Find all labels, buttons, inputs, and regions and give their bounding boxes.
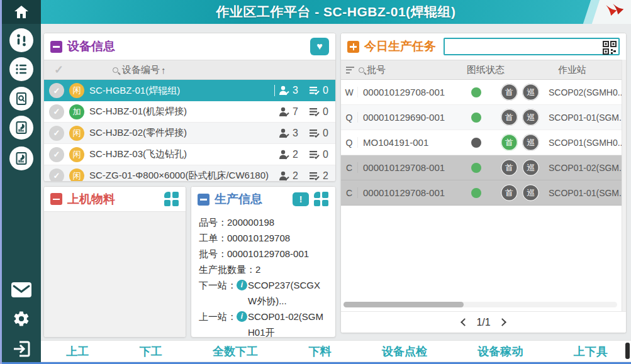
logout-button[interactable]	[11, 340, 32, 358]
operator-count-icon	[279, 150, 290, 160]
gear-icon	[13, 310, 30, 328]
device-status-badge: 闲	[69, 83, 84, 98]
scrollbar-thumb[interactable]	[343, 302, 464, 307]
first-inspection-badge[interactable]: 首	[501, 84, 518, 101]
title-bar: 作业区工作平台 - SC-HGBZ-01(焊辊组)	[41, 0, 631, 24]
end-work-button[interactable]: 下工	[140, 344, 162, 359]
collapse-icon[interactable]	[50, 193, 62, 205]
device-name: SC-HJBZ-02(零件焊接)	[89, 127, 275, 139]
report-chart-icon	[14, 152, 28, 165]
next-page-icon[interactable]	[498, 318, 506, 326]
device-row[interactable]: ✓ 闲 SC-HGBZ-01(焊辊组) 3 0	[44, 80, 335, 101]
page-indicator: 1/1	[476, 317, 490, 328]
production-fields: 品号：200000198 工单：000010129708 批号：00001012…	[191, 212, 335, 337]
document-search-icon	[14, 92, 28, 106]
device-name: SC-HGBZ-01(焊辊组)	[89, 85, 274, 97]
task-type: W	[341, 87, 357, 97]
task-row[interactable]: Q 000010129690-001 首 巡 SCOP01-01(SGM...	[341, 105, 626, 130]
device-row[interactable]: ✓ 闲 SC-ZG-01-Φ800×6000(卧式机床/CW6180) 2 2	[44, 165, 335, 182]
equipment-route-icon	[14, 33, 28, 47]
end-all-work-button[interactable]: 全数下工	[213, 344, 258, 359]
device-code-column[interactable]: 设备编号 ↑	[113, 64, 166, 76]
task-row[interactable]: Q MO104191-001 首 巡 SCOP01(SGMH0...	[341, 130, 626, 155]
task-batch: 000010129708-001	[357, 187, 452, 198]
operator-count-icon	[279, 128, 290, 138]
sidebar-item-quality-report[interactable]	[9, 146, 33, 170]
drawing-status-dot	[471, 138, 481, 148]
barcode-search-box[interactable]	[444, 38, 620, 55]
first-inspection-badge[interactable]: 首	[501, 109, 518, 126]
favorite-button[interactable]: ♥	[310, 38, 329, 55]
home-button[interactable]	[2, 0, 41, 24]
horizontal-scrollbar[interactable]	[343, 302, 617, 307]
equipment-utilization-button[interactable]: 设备稼动	[477, 344, 523, 359]
task-station: SCOP01-01(SGM...	[546, 113, 626, 123]
row-checkbox[interactable]: ✓	[49, 168, 64, 182]
add-task-icon[interactable]	[347, 41, 359, 53]
vertical-scrollbar[interactable]	[622, 60, 626, 311]
sidebar-item-equipment[interactable]	[9, 28, 33, 52]
drawing-status-column: 图纸状态	[467, 64, 505, 76]
task-row[interactable]: C 000010129708-001 首 巡 SCOP01-02(SGM...	[341, 155, 626, 180]
select-all-check-icon[interactable]: ✓	[54, 63, 64, 77]
device-row[interactable]: ✓ 闲 SC-HJBZ-03(飞边钻孔) 2 0	[44, 144, 335, 165]
patrol-inspection-badge[interactable]: 巡	[522, 84, 539, 101]
row-checkbox[interactable]: ✓	[49, 104, 64, 119]
patrol-inspection-badge[interactable]: 巡	[522, 184, 539, 201]
patrol-inspection-badge[interactable]: 巡	[522, 134, 539, 151]
field-work-order: 工单：000010129708	[199, 230, 329, 246]
sidebar-item-document-search[interactable]	[9, 87, 33, 111]
expand-grid-icon[interactable]	[314, 192, 329, 207]
info-icon[interactable]: i	[237, 311, 247, 322]
alert-message-icon[interactable]: !	[293, 192, 309, 206]
prev-page-icon[interactable]	[461, 318, 469, 326]
qr-scan-icon[interactable]	[603, 41, 617, 55]
patrol-inspection-badge[interactable]: 巡	[522, 159, 539, 176]
device-counts: 3 0	[274, 85, 330, 96]
task-batch: 000010129708-001	[357, 162, 452, 173]
production-info-panel: 生产信息 ! 品号：200000198 工单：000010129708 批号：0…	[191, 186, 336, 338]
search-icon	[359, 67, 364, 73]
first-inspection-badge[interactable]: 首	[501, 159, 518, 176]
sidebar-item-task-list[interactable]	[9, 57, 33, 81]
pagination: 1/1	[341, 311, 626, 333]
patrol-inspection-badge[interactable]: 巡	[522, 109, 539, 126]
info-icon[interactable]: i	[237, 280, 247, 290]
messages-button[interactable]	[11, 282, 32, 298]
row-checkbox[interactable]: ✓	[49, 83, 64, 98]
row-checkbox[interactable]: ✓	[49, 147, 64, 162]
task-station: SCOP01(SGMH0...	[546, 138, 626, 148]
collapse-icon[interactable]	[50, 41, 62, 53]
first-inspection-badge[interactable]: 首	[501, 134, 518, 151]
task-station: SCOP02(SGMH0...	[546, 87, 626, 97]
task-type: C	[341, 163, 357, 173]
task-type: C	[341, 188, 357, 198]
task-list: W 000010129708-001 首 巡 SCOP02(SGMH0... Q…	[341, 80, 626, 206]
task-row[interactable]: C 000010129708-001 首 巡 SCOP01-01(SGM...	[341, 180, 626, 206]
heart-icon: ♥	[316, 41, 323, 52]
row-checkbox[interactable]: ✓	[49, 126, 64, 141]
equipment-check-button[interactable]: 设备点检	[382, 344, 427, 359]
device-status-badge: 闲	[69, 168, 84, 182]
barcode-search-input[interactable]	[445, 39, 618, 54]
device-row[interactable]: ✓ 闲 SC-HJBZ-02(零件焊接) 3 0	[44, 123, 335, 144]
settings-button[interactable]	[11, 310, 32, 328]
drawing-status-dot	[471, 87, 481, 97]
tooling-button[interactable]: 上下具	[574, 344, 608, 359]
sidebar-item-production-report[interactable]	[9, 116, 33, 140]
first-inspection-badge[interactable]: 首	[501, 184, 518, 201]
task-batch: 000010129690-001	[357, 112, 452, 123]
task-row[interactable]: W 000010129708-001 首 巡 SCOP02(SGMH0...	[341, 80, 626, 105]
home-icon	[14, 5, 29, 19]
batch-column[interactable]: 批号	[359, 64, 386, 76]
filter-icon[interactable]	[346, 65, 355, 75]
device-counts: 2 2	[275, 170, 330, 182]
collapse-icon[interactable]	[198, 194, 209, 206]
start-work-button[interactable]: 上工	[66, 344, 89, 359]
unload-material-button[interactable]: 下料	[308, 344, 331, 359]
expand-grid-icon[interactable]	[164, 192, 179, 207]
device-row[interactable]: ✓ 加 SC-HJBZ-01(机架焊接) 7 0	[44, 101, 335, 123]
toolbar-scroll-handle[interactable]	[625, 343, 630, 359]
task-type: Q	[341, 138, 357, 148]
field-batch-quantity: 生产批数量：2	[199, 262, 329, 277]
